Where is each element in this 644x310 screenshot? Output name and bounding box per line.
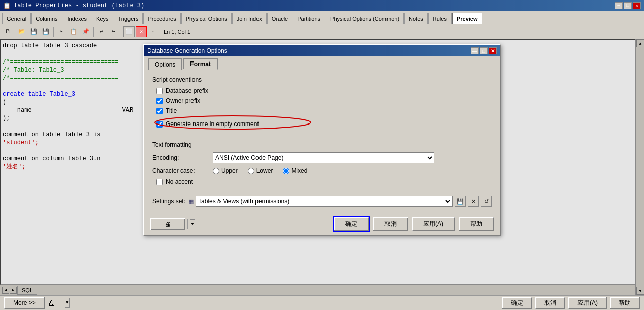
tab-preview[interactable]: Preview <box>452 13 482 24</box>
tab-general[interactable]: General <box>2 13 31 24</box>
tab-rules[interactable]: Rules <box>428 13 452 24</box>
settings-refresh-button[interactable]: ↺ <box>481 196 492 207</box>
tab-columns[interactable]: Columns <box>31 13 62 24</box>
settings-set-row: Settings set: ▦ Tables & Views (with per… <box>152 196 492 207</box>
tab-triggers[interactable]: Triggers <box>114 13 143 24</box>
gen-name-container: Generate name in empty comment <box>152 117 492 131</box>
open-button[interactable]: 📂 <box>16 26 27 37</box>
dialog-title: Database Generation Options <box>147 47 227 54</box>
checkbox-gen-name[interactable] <box>156 121 163 128</box>
radio-upper[interactable] <box>213 168 219 174</box>
encoding-select[interactable]: ANSI (Active Code Page) UTF-8 Unicode <box>213 152 434 163</box>
tab-join-index[interactable]: Join Index <box>232 13 267 24</box>
dialog-cancel-button[interactable]: 取消 <box>373 217 408 231</box>
modal-overlay: Database Generation Options — □ ✕ Option… <box>0 39 644 295</box>
print-icon: 🖨 <box>48 298 56 308</box>
cancel-button[interactable]: 取消 <box>535 297 565 309</box>
radio-lower[interactable] <box>248 168 254 174</box>
status-left: More >> 🖨 ▼ <box>4 297 70 309</box>
undo-button[interactable]: ↩ <box>96 26 107 37</box>
tab-indexes[interactable]: Indexes <box>63 13 92 24</box>
section-divider <box>152 136 492 136</box>
database-generation-dialog: Database Generation Options — □ ✕ Option… <box>143 44 501 236</box>
copy-button[interactable]: 📋 <box>68 26 79 37</box>
checkbox-gen-name-label: Generate name in empty comment <box>166 120 259 128</box>
tab-physical-options-common[interactable]: Physical Options (Common) <box>326 13 404 24</box>
save-button[interactable]: 💾 <box>28 26 39 37</box>
dialog-ok-button[interactable]: 确定 <box>334 217 369 231</box>
redo-button[interactable]: ↪ <box>108 26 119 37</box>
dialog-minimize-button[interactable]: — <box>471 47 479 54</box>
cut-button[interactable]: ✂ <box>56 26 67 37</box>
dialog-content: Script conventions Database prefix Owner… <box>144 70 500 213</box>
separator <box>60 298 60 308</box>
close-button[interactable]: ✕ <box>633 2 641 9</box>
tab-procedures[interactable]: Procedures <box>143 13 180 24</box>
tab-keys[interactable]: Keys <box>92 13 113 24</box>
radio-mixed[interactable] <box>283 168 289 174</box>
minimize-button[interactable]: — <box>615 2 623 9</box>
dialog-apply-button[interactable]: 应用(A) <box>412 217 455 231</box>
apply-button[interactable]: 应用(A) <box>568 297 607 309</box>
checkbox-db-prefix-row: Database prefix <box>152 87 492 94</box>
checkbox-owner-prefix-label: Owner prefix <box>166 97 200 104</box>
new-button[interactable]: 🗋 <box>2 26 13 37</box>
status-right: 确定 取消 应用(A) 帮助 <box>502 297 640 309</box>
dropdown-arrow[interactable]: ▼ <box>65 298 70 308</box>
dialog-tab-options[interactable]: Options <box>148 58 182 70</box>
help-button[interactable]: 帮助 <box>610 297 640 309</box>
cursor-position: Ln 1, Col 1 <box>164 29 190 35</box>
btn1[interactable]: ⬜ <box>123 26 135 37</box>
dialog-titlebar: Database Generation Options — □ ✕ <box>144 45 500 56</box>
checkbox-owner-prefix[interactable] <box>156 98 163 104</box>
tab-oracle[interactable]: Oracle <box>267 13 292 24</box>
title-bar: 📋 Table Properties - student (Table_3) —… <box>0 0 644 11</box>
checkbox-db-prefix-label: Database prefix <box>166 87 208 94</box>
checkbox-no-accent-label: No accent <box>166 178 193 185</box>
status-bar: More >> 🖨 ▼ 确定 取消 应用(A) 帮助 <box>0 295 644 310</box>
dialog-tab-format[interactable]: Format <box>183 58 218 70</box>
script-conventions-label: Script conventions <box>152 76 492 83</box>
more-button[interactable]: More >> <box>4 297 45 309</box>
settings-set-label: Settings set: <box>152 198 185 205</box>
footer-print-button[interactable]: 🖨 <box>150 218 185 230</box>
checkbox-owner-prefix-row: Owner prefix <box>152 97 492 104</box>
checkbox-title-row: Title <box>152 107 492 114</box>
radio-mixed-label: Mixed <box>291 167 307 174</box>
dialog-help-button[interactable]: 帮助 <box>459 217 494 231</box>
settings-delete-button[interactable]: ✕ <box>468 196 479 207</box>
ok-button[interactable]: 确定 <box>502 297 532 309</box>
radio-mixed-item: Mixed <box>283 167 307 174</box>
app-icon: 📋 <box>3 2 11 10</box>
checkbox-db-prefix[interactable] <box>156 88 163 94</box>
checkbox-no-accent-row: No accent <box>152 178 492 185</box>
main-area: drop table Table_3 cascade /*===========… <box>0 39 644 295</box>
checkbox-title[interactable] <box>156 108 163 114</box>
character-case-row: Character case: Upper Lower Mixed <box>152 167 492 174</box>
dialog-maximize-button[interactable]: □ <box>480 47 488 54</box>
encoding-row: Encoding: ANSI (Active Code Page) UTF-8 … <box>152 152 492 163</box>
toolbar: 🗋 📂 💾 💾 ✂ 📋 📌 ↩ ↪ ⬜ ✕ ◦ Ln 1, Col 1 <box>0 24 644 39</box>
settings-table-icon: ▦ <box>188 198 194 205</box>
paste-button[interactable]: 📌 <box>80 26 91 37</box>
radio-lower-item: Lower <box>248 167 273 174</box>
tab-notes[interactable]: Notes <box>404 13 428 24</box>
checkbox-title-label: Title <box>166 107 177 114</box>
footer-right: 确定 取消 应用(A) 帮助 <box>334 217 494 231</box>
text-formatting-label: Text formatting <box>152 141 492 148</box>
checkbox-no-accent[interactable] <box>156 179 163 185</box>
footer-dropdown-arrow[interactable]: ▼ <box>190 219 195 229</box>
settings-set-select[interactable]: Tables & Views (with permissions) <box>196 196 453 207</box>
tab-partitions[interactable]: Partitions <box>293 13 325 24</box>
settings-select-wrap: ▦ Tables & Views (with permissions) 💾 ✕ … <box>188 196 492 207</box>
tab-physical-options[interactable]: Physical Options <box>181 13 232 24</box>
maximize-button[interactable]: □ <box>624 2 632 9</box>
footer-left: 🖨 ▼ <box>150 218 195 230</box>
settings-save-button[interactable]: 💾 <box>455 196 466 207</box>
radio-lower-label: Lower <box>256 167 273 174</box>
dialog-close-button[interactable]: ✕ <box>489 47 497 54</box>
save-all-button[interactable]: 💾 <box>40 26 51 37</box>
dialog-footer: 🖨 ▼ 确定 取消 应用(A) 帮助 <box>144 213 500 235</box>
btn2[interactable]: ✕ <box>136 26 147 37</box>
btn3[interactable]: ◦ <box>148 26 159 37</box>
